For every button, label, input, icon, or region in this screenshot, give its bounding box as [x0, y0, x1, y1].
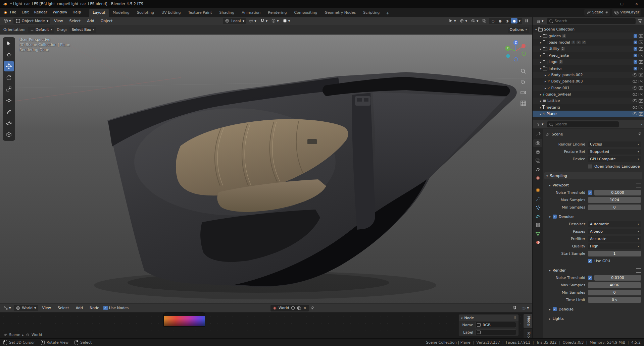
- tab-geometry-nodes[interactable]: Geometry Nodes: [321, 9, 359, 17]
- denoise-subsection-header[interactable]: Denoise: [549, 213, 641, 220]
- snap-dropdown[interactable]: ▾: [259, 18, 269, 24]
- render-visibility-icon[interactable]: [639, 80, 643, 83]
- gizmos-dropdown[interactable]: ▾: [458, 18, 468, 24]
- tab-texture-paint[interactable]: Texture Paint: [185, 9, 216, 17]
- hide-eye-icon[interactable]: [633, 106, 637, 109]
- grid-toggle-icon[interactable]: [519, 100, 527, 107]
- exclude-checkbox[interactable]: [634, 60, 637, 64]
- outliner-item-lattice[interactable]: ▦ Lattice: [533, 98, 644, 104]
- max-samples-field[interactable]: 4096: [588, 282, 641, 288]
- world-name[interactable]: World: [279, 306, 289, 310]
- hide-eye-icon[interactable]: [633, 73, 637, 76]
- denoiser-dropdown[interactable]: Automatic▾: [588, 221, 641, 227]
- filter-icon[interactable]: [638, 19, 642, 23]
- tab-constraints[interactable]: [533, 221, 542, 229]
- pin-icon[interactable]: [638, 132, 641, 136]
- chevron-down-icon[interactable]: ▾: [641, 123, 642, 126]
- outliner-item-pneu-jante[interactable]: Pneu_jante: [533, 52, 644, 59]
- expand-icon[interactable]: [549, 307, 551, 311]
- outliner-item-utility[interactable]: Utility 2: [533, 46, 644, 52]
- shader-type-dropdown[interactable]: World ▾: [14, 305, 38, 311]
- rgb-node-preview[interactable]: [163, 312, 205, 327]
- tab-shading[interactable]: Shading: [216, 9, 238, 17]
- tool-transform[interactable]: [4, 95, 14, 106]
- menu-render[interactable]: Render: [32, 9, 50, 15]
- new-copy-icon[interactable]: [297, 306, 301, 310]
- noise-threshold-field[interactable]: 0.0100: [594, 275, 641, 281]
- viewlayer-selector[interactable]: ViewLayer: [612, 9, 641, 16]
- pivot-point-dropdown[interactable]: ▾: [247, 18, 258, 24]
- tab-modifiers[interactable]: [533, 195, 542, 203]
- expand-icon[interactable]: [540, 60, 542, 64]
- zoom-icon[interactable]: [519, 67, 527, 75]
- render-visibility-icon[interactable]: [639, 106, 643, 109]
- expand-icon[interactable]: [549, 183, 551, 187]
- node-name-input[interactable]: [482, 323, 514, 328]
- close-button[interactable]: ×: [629, 0, 644, 8]
- osl-checkbox[interactable]: [588, 164, 592, 169]
- menu-edit[interactable]: Edit: [19, 9, 31, 15]
- passes-dropdown[interactable]: Albedo▾: [588, 229, 641, 234]
- outliner-item-base-model[interactable]: base model 3 2 2: [533, 39, 644, 46]
- start-sample-field[interactable]: 1: [588, 251, 641, 256]
- outliner-item-body-panels-002[interactable]: ▽ Body_panels.002: [533, 72, 644, 78]
- tab-material[interactable]: [533, 238, 542, 246]
- prefilter-dropdown[interactable]: Accurate▾: [588, 236, 641, 242]
- properties-search[interactable]: [547, 121, 619, 127]
- expand-icon[interactable]: [540, 40, 542, 45]
- viewport-subsection-header[interactable]: Viewport: [549, 181, 641, 189]
- tool-cursor[interactable]: [4, 50, 14, 60]
- hide-eye-icon[interactable]: [633, 112, 637, 115]
- render-visibility-icon[interactable]: [639, 86, 643, 90]
- exclude-checkbox[interactable]: [634, 47, 637, 51]
- scene-selector[interactable]: Scene: [584, 9, 610, 16]
- properties-search-input[interactable]: [554, 122, 616, 127]
- add-workspace-button[interactable]: +: [383, 10, 392, 17]
- denoise-checkbox[interactable]: [553, 307, 557, 311]
- time-limit-field[interactable]: 0 s: [588, 297, 641, 303]
- maximize-button[interactable]: □: [614, 0, 629, 8]
- render-visibility-icon[interactable]: [639, 54, 643, 57]
- outliner-item-plane-001[interactable]: ▽ Plane.001: [533, 85, 644, 91]
- max-samples-field[interactable]: 1024: [588, 197, 641, 203]
- min-samples-field[interactable]: 0: [588, 290, 641, 295]
- camera-view-icon[interactable]: [519, 89, 527, 96]
- outliner-item-plane[interactable]: ▽ Plane: [533, 111, 644, 117]
- expand-icon[interactable]: [545, 73, 546, 77]
- render-visibility-icon[interactable]: [639, 73, 643, 76]
- tool-tweak[interactable]: [4, 38, 14, 49]
- hide-eye-icon[interactable]: [633, 93, 637, 96]
- tool-rotate[interactable]: [4, 72, 14, 83]
- expand-icon[interactable]: [549, 268, 551, 273]
- outliner-item-metarig[interactable]: metarig: [533, 104, 644, 111]
- outliner-item-body-panels-003[interactable]: ▽ Body_panels.003: [533, 78, 644, 84]
- presets-icon[interactable]: [636, 268, 641, 273]
- tab-scripting[interactable]: Scripting: [359, 9, 383, 17]
- menu-window[interactable]: Window: [50, 9, 70, 15]
- feature-set-dropdown[interactable]: Supported▾: [588, 149, 641, 155]
- breadcrumb-world[interactable]: World: [32, 333, 42, 337]
- browse-world-icon[interactable]: [273, 306, 277, 310]
- tab-animation[interactable]: Animation: [238, 9, 264, 17]
- drag-dropdown[interactable]: Select Box ▾: [69, 27, 96, 33]
- tab-object[interactable]: [533, 186, 542, 194]
- menu-select[interactable]: Select: [55, 305, 72, 311]
- editor-type-button[interactable]: ▾: [535, 18, 545, 24]
- tab-particles[interactable]: [533, 204, 542, 212]
- exclude-checkbox[interactable]: [634, 67, 637, 70]
- tool-annotate[interactable]: [4, 107, 14, 117]
- tool-measure[interactable]: [4, 118, 14, 128]
- presets-icon[interactable]: [636, 183, 641, 187]
- selectability-dropdown[interactable]: ▾: [447, 18, 457, 24]
- expand-icon[interactable]: [540, 34, 542, 38]
- menu-add[interactable]: Add: [73, 305, 86, 311]
- outliner-item-logo[interactable]: Logo 6: [533, 59, 644, 65]
- denoise-collapsed-header[interactable]: Denoise: [549, 305, 641, 313]
- sampling-section-header[interactable]: Sampling: [544, 172, 642, 179]
- tab-compositing[interactable]: Compositing: [291, 9, 321, 17]
- tab-uv-editing[interactable]: UV Editing: [158, 9, 184, 17]
- expand-icon[interactable]: [549, 215, 551, 219]
- denoise-checkbox[interactable]: [553, 215, 557, 219]
- pause-render-button[interactable]: [523, 18, 530, 24]
- expand-icon[interactable]: [461, 316, 463, 320]
